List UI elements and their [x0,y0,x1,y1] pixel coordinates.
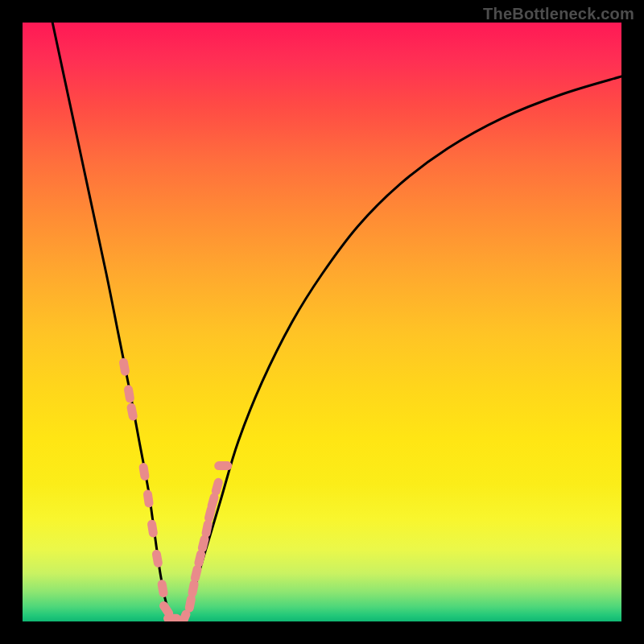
curve-marker [184,594,196,613]
bottleneck-curve [52,23,621,621]
curve-marker [151,549,163,568]
curve-marker [147,519,158,538]
watermark-text: TheBottleneck.com [483,5,634,23]
bottleneck-curve-path [52,23,621,621]
curve-marker [157,579,169,598]
curve-marker [123,385,134,404]
curve-marker [187,579,199,598]
curve-marker [214,461,232,470]
curve-marker [163,614,181,621]
curve-marker [118,357,130,377]
curve-overlay [23,23,621,621]
curve-marker [126,402,138,422]
curve-marker [138,462,150,481]
curve-marker [142,489,154,508]
curve-markers [118,357,232,621]
